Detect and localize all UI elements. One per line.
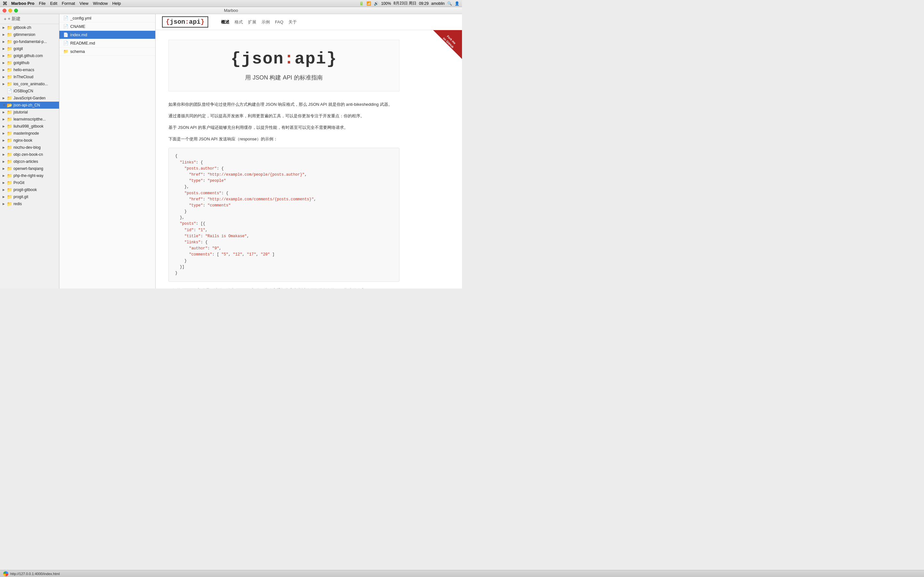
code-indent [175,160,180,165]
file-item-schema[interactable]: 📁 schema [59,47,155,56]
new-button[interactable]: + + 新建 [0,14,59,24]
file-item-cname[interactable]: 📄 CNAME [59,23,155,31]
code-key-links: "links" [180,160,196,165]
file-name: schema [70,49,85,54]
triangle-icon: ▶ [3,75,6,79]
sidebar-item-nixzhu[interactable]: ▶ 📁 nixzhu-dev-blog [0,144,59,151]
menu-file[interactable]: File [39,1,45,6]
sidebar-item-label: gitbook-zh [13,25,31,30]
sidebar-item-nginx[interactable]: ▶ 📁 nginx-book [0,137,59,144]
sidebar: + + 新建 ▶ 📁 gitbook-zh ▶ 📁 gitimmersion ▶… [0,14,59,288]
file-item-readme[interactable]: 📄 README.md [59,39,155,47]
wifi-icon: 📶 [367,1,371,6]
nav-about[interactable]: 关于 [288,19,297,25]
triangle-icon: ▶ [3,68,6,71]
sidebar-item-liuhui[interactable]: ▶ 📁 liuhui998_gitbook [0,123,59,130]
new-label: + 新建 [8,16,21,22]
app-container: + + 新建 ▶ 📁 gitbook-zh ▶ 📁 gitimmersion ▶… [0,14,462,288]
username: amoblin [431,1,445,6]
folder-icon: 📁 [7,194,12,199]
sidebar-item-label: openwrt-fanqiang [13,166,43,171]
folder-icon: 📁 [7,166,12,171]
sidebar-item-javascript-garden[interactable]: ▶ 📁 JavaScript-Garden [0,95,59,102]
menubar: ⌘ Marboo Pro File Edit Format View Windo… [0,0,462,7]
file-item-index[interactable]: 📄 index.md [59,31,155,39]
sidebar-item-label: redis [13,201,22,206]
triangle-icon: ▶ [3,202,6,205]
sidebar-item-php[interactable]: ▶ 📁 php-the-right-way [0,172,59,179]
sidebar-item-hello-emacs[interactable]: ▶ 📁 hello-emacs [0,66,59,73]
sidebar-item-progit[interactable]: ▶ 📁 ProGit [0,179,59,186]
menu-help[interactable]: Help [112,1,121,6]
folder-icon: 📁 [7,159,12,164]
sidebar-item-label: masteringnode [13,131,39,135]
nav-overview[interactable]: 概述 [221,19,229,25]
sidebar-item-gotgit-github[interactable]: ▶ 📁 gotgit.github.com [0,52,59,59]
file-item-config[interactable]: 📄 _config.yml [59,14,155,23]
file-icon: 📄 [63,24,68,29]
sidebar-item-ios-core[interactable]: ▶ 📁 ios_core_animatio... [0,81,59,87]
sidebar-item-gotgit[interactable]: ▶ 📁 gotgit [0,45,59,52]
fork-github-badge[interactable]: Fork meon GitHub [433,30,462,59]
battery-percent: 100% [381,1,391,6]
sidebar-item-learnvim[interactable]: ▶ 📁 learnvimscriptthe... [0,116,59,123]
search-icon[interactable]: 🔍 [447,1,452,6]
nav-extension[interactable]: 扩展 [248,19,256,25]
sidebar-item-objccn[interactable]: ▶ 📁 objccn-articles [0,158,59,165]
file-icon: 📄 [63,32,68,37]
sidebar-item-label: ios_core_animatio... [13,82,48,86]
nav-faq[interactable]: FAQ [275,19,283,24]
triangle-icon: ▶ [3,188,6,191]
sidebar-item-gitbook-zh[interactable]: ▶ 📁 gitbook-zh [0,24,59,31]
menu-edit[interactable]: Edit [50,1,57,6]
sidebar-item-objc-zen[interactable]: ▶ 📁 objc-zen-book-cn [0,151,59,158]
folder-icon: 📁 [7,60,12,65]
triangle-icon: ▶ [3,167,6,170]
menu-format[interactable]: Format [62,1,75,6]
folder-icon: 📁 [7,131,12,136]
nav-format[interactable]: 格式 [234,19,243,25]
sidebar-item-json-api[interactable]: ▼ 📂 json-api-zh_CN [0,102,59,109]
menu-view[interactable]: View [79,1,89,6]
app-menu-marboo[interactable]: Marboo Pro [11,1,34,6]
folder-icon: 📁 [7,124,12,129]
minimize-button[interactable] [8,9,12,13]
menu-window[interactable]: Window [93,1,108,6]
triangle-icon: ▶ [3,195,6,198]
triangle-icon: ▼ [3,103,6,107]
sidebar-item-progit-gitbook[interactable]: ▶ 📁 progit-gitbook [0,186,59,193]
titlebar: Marboo [0,7,462,14]
hero-colon: : [284,50,294,69]
sidebar-item-label: liuhui998_gitbook [13,124,43,129]
sidebar-item-jstutorial[interactable]: ▶ 📁 jstutorial [0,109,59,116]
folder-icon: 📁 [7,180,12,185]
folder-icon: 📁 [7,25,12,30]
triangle-icon: ▶ [3,54,6,57]
bottom-text: 顶级的 links 部分是可选的。除去 links 部分，此响应看起来非常接近使… [168,287,399,288]
sidebar-item-gotgithub[interactable]: ▶ 📁 gotgithub [0,59,59,66]
menubar-right: 🔋 📶 🔊 100% 8月23日 周日 09:29 amoblin 🔍 👤 [359,1,459,6]
apple-menu[interactable]: ⌘ [3,1,7,6]
sidebar-item-go-fundamental[interactable]: ▶ 📁 go-fundamental-p... [0,38,59,45]
nav-example[interactable]: 示例 [262,19,270,25]
nav-links: 概述 格式 扩展 示例 FAQ 关于 [221,19,297,25]
sidebar-item-redis[interactable]: ▶ 📁 redis [0,200,59,207]
maximize-button[interactable] [14,9,18,13]
triangle-icon: ▶ [3,146,6,149]
file-name: index.md [70,32,87,37]
sidebar-item-gitimmersion[interactable]: ▶ 📁 gitimmersion [0,31,59,38]
sidebar-item-openwrt[interactable]: ▶ 📁 openwrt-fanqiang [0,165,59,172]
close-brace: } [200,18,204,26]
close-button[interactable] [3,9,6,13]
sidebar-item-progit-git[interactable]: ▶ 📁 progit.git [0,193,59,200]
folder-icon: 📁 [7,187,12,192]
sidebar-item-iosblogcn[interactable]: ▶ 📄 iOSBlogCN [0,87,59,95]
jsonapi-logo: {json:api} [162,16,208,27]
sidebar-item-inthecloud[interactable]: ▶ 📁 InTheCloud [0,73,59,81]
intro-para-4: 下面是一个使用 JSON API 发送响应（response）的示例： [168,135,399,143]
window-title: Marboo [224,8,238,13]
traffic-lights [0,7,21,14]
triangle-icon: ▶ [3,132,6,135]
sidebar-item-masteringnode[interactable]: ▶ 📁 masteringnode [0,130,59,137]
file-panel: 📄 _config.yml 📄 CNAME 📄 index.md 📄 READM… [59,14,156,288]
